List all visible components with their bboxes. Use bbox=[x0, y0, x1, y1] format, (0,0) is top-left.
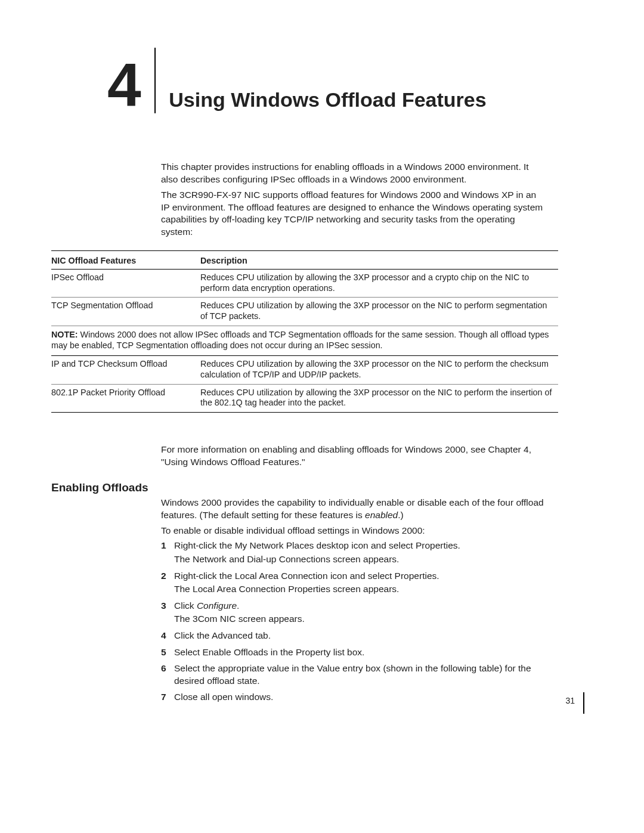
desc-cell: Reduces CPU utilization by allowing the … bbox=[200, 269, 558, 298]
table-note-row: NOTE: Windows 2000 does not allow IPSec … bbox=[51, 326, 558, 356]
list-item: Close all open windows. bbox=[161, 691, 546, 704]
post-table-text: For more information on enabling and dis… bbox=[161, 444, 546, 468]
chapter-title: Using Windows Offload Features bbox=[169, 88, 486, 113]
intro-paragraph: The 3CR990-FX-97 NIC supports offload fe… bbox=[161, 189, 546, 238]
post-table-paragraph: For more information on enabling and dis… bbox=[161, 444, 546, 468]
desc-cell: Reduces CPU utilization by allowing the … bbox=[200, 355, 558, 384]
table-row: 802.1P Packet Priority Offload Reduces C… bbox=[51, 384, 558, 413]
table-row: IP and TCP Checksum Offload Reduces CPU … bbox=[51, 355, 558, 384]
section-paragraph: To enable or disable individual offload … bbox=[161, 525, 546, 537]
section-body: Windows 2000 provides the capability to … bbox=[161, 497, 546, 704]
list-item: Click the Advanced tab. bbox=[161, 630, 546, 642]
feature-cell: IPSec Offload bbox=[51, 269, 200, 298]
feature-cell: TCP Segmentation Offload bbox=[51, 298, 200, 326]
chapter-header: 4 Using Windows Offload Features bbox=[107, 48, 595, 113]
feature-cell: IP and TCP Checksum Offload bbox=[51, 355, 200, 384]
intro-block: This chapter provides instructions for e… bbox=[161, 161, 546, 239]
page-number-rule bbox=[583, 692, 584, 714]
feature-cell: 802.1P Packet Priority Offload bbox=[51, 384, 200, 413]
list-item: Click Configure.The 3Com NIC screen appe… bbox=[161, 600, 546, 625]
table-row: IPSec Offload Reduces CPU utilization by… bbox=[51, 269, 558, 298]
note-label: NOTE: bbox=[51, 330, 78, 339]
section-paragraph: Windows 2000 provides the capability to … bbox=[161, 497, 546, 521]
note-cell: NOTE: Windows 2000 does not allow IPSec … bbox=[51, 326, 558, 356]
page-number: 31 bbox=[565, 696, 575, 705]
chapter-divider bbox=[154, 48, 156, 113]
table-row: TCP Segmentation Offload Reduces CPU uti… bbox=[51, 298, 558, 326]
table-header: Description bbox=[200, 250, 558, 269]
desc-cell: Reduces CPU utilization by allowing the … bbox=[200, 298, 558, 326]
offload-table: NIC Offload Features Description IPSec O… bbox=[51, 250, 558, 413]
list-item: Right-click the Local Area Connection ic… bbox=[161, 570, 546, 596]
list-item: Select Enable Offloads in the Property l… bbox=[161, 646, 546, 659]
list-item: Right-click the My Network Places deskto… bbox=[161, 540, 546, 565]
section-heading: Enabling Offloads bbox=[51, 481, 595, 494]
desc-cell: Reduces CPU utilization by allowing the … bbox=[200, 384, 558, 413]
intro-paragraph: This chapter provides instructions for e… bbox=[161, 161, 546, 185]
steps-list: Right-click the My Network Places deskto… bbox=[161, 540, 546, 704]
note-text: Windows 2000 does not allow IPSec offloa… bbox=[51, 330, 549, 350]
list-item: Select the appropriate value in the Valu… bbox=[161, 662, 546, 687]
chapter-number: 4 bbox=[107, 59, 141, 113]
table-header: NIC Offload Features bbox=[51, 250, 200, 269]
table-header-row: NIC Offload Features Description bbox=[51, 250, 558, 269]
